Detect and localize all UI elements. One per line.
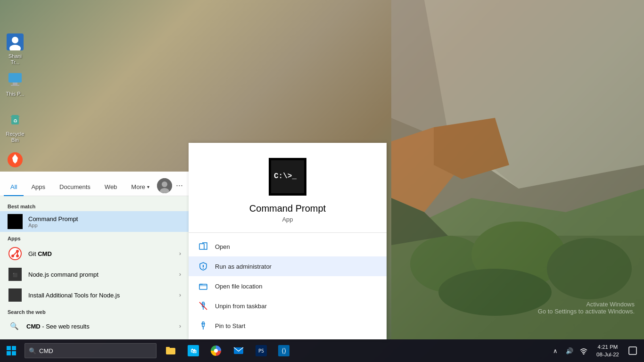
cmd-icon-svg: C:\>_: [271, 160, 304, 193]
search-results-panel: Best match Command Prompt App Apps Git C…: [0, 196, 189, 339]
nodejs-prompt-name: Node.js command prompt: [28, 271, 173, 278]
action-unpin-taskbar[interactable]: Unpin from taskbar: [189, 296, 387, 316]
nodejs-tools-icon-box: [8, 288, 22, 302]
pin-icon: [198, 321, 208, 331]
recycle-icon: ♻: [6, 110, 25, 129]
computer-icon: [6, 70, 25, 89]
start-menu: All Apps Documents Web More ▾ ··· ✕: [0, 172, 189, 339]
apps-header: Apps: [0, 232, 189, 243]
svg-rect-66: [166, 347, 170, 349]
desktop-icon-shani-label: Shani Tr...: [4, 53, 26, 66]
taskbar-search-input[interactable]: [39, 347, 124, 354]
taskbar-app-icons: 🛍 PS ⟨⟩: [160, 340, 294, 361]
app-nodejs-tools[interactable]: Install Additional Tools for Node.js ›: [0, 285, 189, 305]
taskbar-store[interactable]: 🛍: [183, 340, 204, 361]
notification-button[interactable]: [625, 339, 640, 362]
svg-rect-65: [166, 348, 175, 354]
taskbar-search-icon: 🔍: [29, 347, 36, 354]
tray-volume[interactable]: 🔊: [563, 343, 576, 358]
git-cmd-text: Git CMD: [28, 250, 173, 257]
web-search-text: CMD - See web results: [26, 323, 173, 330]
svg-rect-58: [202, 322, 204, 327]
desktop-icon-this-pc-label: This P...: [6, 91, 25, 97]
taskbar-file-explorer[interactable]: [160, 340, 181, 361]
file-explorer-icon: [165, 345, 176, 356]
action-open-file-location-label: Open file location: [215, 283, 262, 290]
cmd-icon: [8, 214, 23, 229]
svg-text:C:\>_: C:\>_: [274, 172, 297, 181]
nodejs-tools-text: Install Additional Tools for Node.js: [28, 292, 173, 299]
app-type: App: [282, 216, 293, 223]
action-pin-start[interactable]: Pin to Start: [189, 316, 387, 336]
best-match-header: Best match: [0, 200, 189, 211]
app-git-cmd[interactable]: Git CMD ›: [0, 243, 189, 264]
arrow-right-icon-2: ›: [179, 271, 181, 278]
tab-more[interactable]: More ▾: [124, 178, 156, 196]
svg-rect-63: [7, 351, 11, 355]
svg-rect-61: [7, 346, 11, 350]
arrow-right-icon-3: ›: [179, 292, 181, 298]
action-run-admin[interactable]: Run as administrator: [189, 256, 387, 276]
user-avatar[interactable]: [157, 178, 172, 193]
svg-point-50: [203, 268, 204, 269]
svg-rect-48: [199, 244, 204, 249]
svg-rect-64: [12, 351, 16, 355]
tab-all[interactable]: All: [4, 178, 24, 196]
taskbar-chrome[interactable]: [206, 340, 226, 361]
avatar-image: [157, 178, 172, 193]
best-match-name: Command Prompt: [28, 215, 181, 222]
svg-text:⬛: ⬛: [13, 272, 17, 277]
action-open-file-location[interactable]: Open file location: [189, 276, 387, 296]
chrome-icon: [211, 346, 221, 356]
search-web-header: Search the web: [0, 305, 189, 317]
tab-documents[interactable]: Documents: [53, 178, 97, 196]
svg-rect-52: [199, 284, 207, 289]
arrow-right-icon: ›: [179, 250, 181, 257]
cmd-icon-box: [8, 214, 23, 229]
svg-text:♻: ♻: [13, 118, 17, 123]
clock-date: 08-Jul-22: [596, 351, 619, 358]
svg-rect-62: [12, 346, 16, 350]
start-button[interactable]: [0, 339, 23, 362]
terminal-icon: PS: [256, 345, 267, 356]
windows-logo-icon: [7, 346, 16, 355]
svg-rect-19: [11, 85, 19, 86]
best-match-text: Command Prompt App: [28, 215, 181, 228]
tab-apps[interactable]: Apps: [25, 178, 52, 196]
nodejs-prompt-text: Node.js command prompt: [28, 271, 173, 278]
git-cmd-name: Git CMD: [28, 250, 173, 257]
web-search-item[interactable]: 🔍 CMD - See web results ›: [0, 317, 189, 336]
app-name-large: Command Prompt: [249, 203, 326, 214]
unpin-icon: [198, 301, 208, 311]
action-open[interactable]: Open: [189, 237, 387, 256]
bing-search-icon: 🔍: [8, 320, 21, 333]
app-nodejs-prompt[interactable]: ⬛ Node.js command prompt ›: [0, 264, 189, 285]
person-icon: [6, 33, 25, 51]
desktop-icon-this-pc[interactable]: This P...: [2, 68, 28, 99]
desktop-icon-shani[interactable]: Shani Tr...: [2, 31, 28, 67]
nodejs-icon: ⬛: [8, 267, 23, 282]
taskbar-mail[interactable]: [228, 340, 249, 361]
best-match-item[interactable]: Command Prompt App: [0, 211, 189, 232]
mail-icon: [233, 345, 244, 356]
tray-chevron[interactable]: ∧: [549, 343, 562, 358]
arrow-right-web-icon: ›: [179, 323, 181, 329]
action-pin-start-label: Pin to Start: [215, 322, 245, 329]
svg-rect-45: [10, 290, 20, 300]
tray-network[interactable]: [577, 343, 590, 358]
svg-rect-18: [13, 82, 17, 85]
svg-point-15: [12, 37, 18, 43]
system-tray: ∧ 🔊 4:21 PM 08-Jul-22: [549, 339, 644, 362]
more-options-icon[interactable]: ···: [174, 179, 185, 192]
svg-text:⟨⟩: ⟨⟩: [281, 347, 286, 354]
system-clock[interactable]: 4:21 PM 08-Jul-22: [591, 343, 624, 358]
clock-time: 4:21 PM: [598, 343, 618, 351]
cmd-large-icon: C:\>_: [269, 158, 306, 196]
taskbar-vscode[interactable]: ⟨⟩: [273, 340, 294, 361]
svg-rect-75: [629, 347, 636, 354]
tab-web[interactable]: Web: [98, 178, 124, 196]
nodejs-tools-icon: [8, 288, 23, 303]
taskbar-search-bar[interactable]: 🔍: [25, 343, 157, 358]
taskbar-terminal[interactable]: PS: [251, 340, 272, 361]
desktop-icon-recycle-bin[interactable]: ♻ Recycle Bin: [2, 108, 28, 145]
